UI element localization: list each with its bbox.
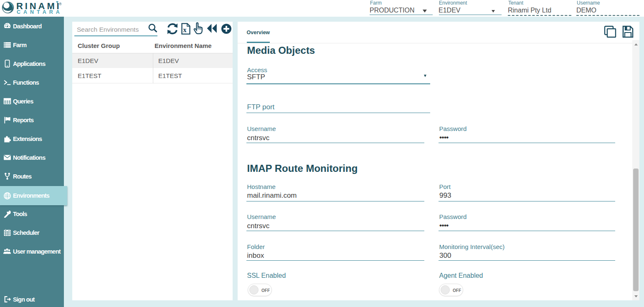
svg-text:x: x: [183, 26, 187, 34]
